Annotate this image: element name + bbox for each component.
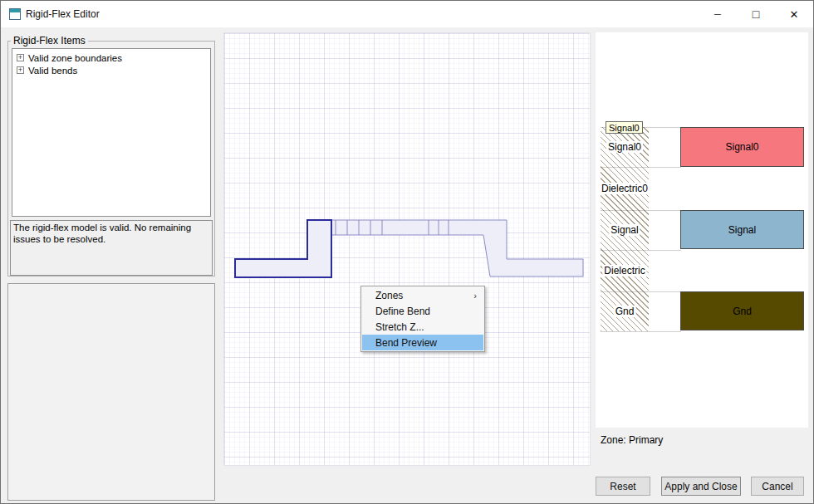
maximize-button[interactable]: □: [737, 1, 775, 27]
menu-item-label: Stretch Z...: [375, 321, 424, 333]
maximize-icon: □: [753, 7, 759, 21]
status-message-footer-strip: [10, 265, 213, 276]
cancel-button[interactable]: Cancel: [751, 477, 804, 496]
layer-tooltip: Signal0: [606, 121, 643, 134]
rigid-flex-editor-window: Rigid-Flex Editor ─ □ ✕ Rigid-Flex Items…: [0, 0, 814, 504]
layer-label-dielectric0: Dielectric0: [600, 183, 650, 194]
menu-item-label: Zones: [375, 290, 403, 301]
context-menu: Zones › Define Bend Stretch Z... Bend Pr…: [360, 286, 485, 352]
layer-label-signal0: Signal0: [606, 141, 643, 153]
minimize-button[interactable]: ─: [699, 1, 737, 27]
minimize-icon: ─: [714, 9, 721, 19]
validation-status-message: The rigid-flex model is valid. No remain…: [10, 220, 213, 266]
menu-item-zones[interactable]: Zones ›: [362, 287, 483, 303]
menu-item-stretch-z[interactable]: Stretch Z...: [362, 319, 483, 335]
close-icon: ✕: [790, 8, 799, 21]
expand-icon[interactable]: +: [17, 54, 24, 61]
menu-item-define-bend[interactable]: Define Bend: [362, 303, 483, 319]
menu-item-label: Define Bend: [375, 306, 430, 317]
board-cross-section: [224, 33, 591, 467]
expand-icon[interactable]: +: [17, 66, 24, 74]
swatch-gnd[interactable]: Gnd: [680, 291, 804, 330]
layer-label-signal: Signal: [609, 224, 640, 236]
tree-item-valid-bends[interactable]: + Valid bends: [14, 64, 208, 76]
tree-item-label: Valid zone boundaries: [28, 53, 122, 63]
layer-boundary-line: [601, 331, 681, 332]
reset-button[interactable]: Reset: [596, 477, 650, 496]
close-button[interactable]: ✕: [775, 1, 813, 27]
app-icon: [9, 8, 21, 20]
titlebar[interactable]: Rigid-Flex Editor ─ □ ✕: [1, 1, 813, 27]
zone-label: Zone: Primary: [601, 434, 663, 446]
swatch-signal[interactable]: Signal: [680, 210, 804, 249]
tree-item-label: Valid bends: [28, 66, 77, 76]
drawing-canvas[interactable]: Zones › Define Bend Stretch Z... Bend Pr…: [223, 32, 591, 466]
left-lower-panel: [7, 283, 215, 501]
swatch-signal0[interactable]: Signal0: [680, 127, 804, 167]
rigid-section-path: [235, 220, 331, 277]
rigid-flex-items-tree[interactable]: + Valid zone boundaries + Valid bends: [12, 48, 211, 217]
swatch-label: Signal: [728, 224, 756, 236]
menu-item-bend-preview[interactable]: Bend Preview: [362, 335, 483, 350]
flex-section-path: [331, 220, 583, 276]
rigid-flex-items-group-title: Rigid-Flex Items: [11, 35, 88, 46]
apply-and-close-button[interactable]: Apply and Close: [661, 477, 741, 496]
menu-item-label: Bend Preview: [375, 337, 437, 349]
swatch-label: Gnd: [733, 306, 752, 317]
layer-label-dielectric: Dielectric: [602, 265, 646, 276]
swatch-label: Signal0: [725, 141, 758, 153]
stackup-panel: Signal0 Signal0 Dielectric0 Signal Diele…: [596, 32, 808, 428]
layer-label-gnd: Gnd: [614, 306, 636, 317]
window-title: Rigid-Flex Editor: [26, 1, 100, 27]
tree-item-valid-zone-boundaries[interactable]: + Valid zone boundaries: [14, 51, 208, 64]
submenu-arrow-icon: ›: [473, 291, 477, 301]
